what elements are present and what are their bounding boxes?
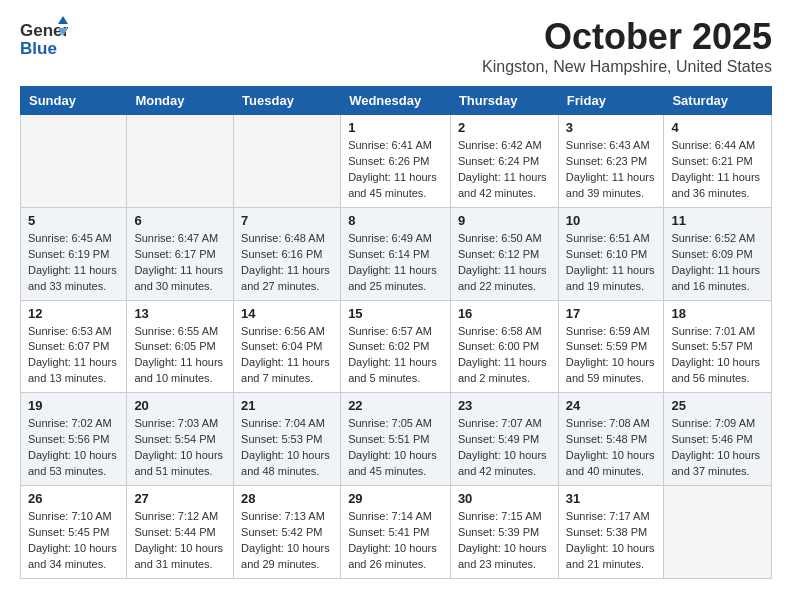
svg-marker-2 xyxy=(58,16,68,24)
table-row: 25Sunrise: 7:09 AMSunset: 5:46 PMDayligh… xyxy=(664,393,772,486)
svg-text:Blue: Blue xyxy=(20,39,57,58)
table-row: 24Sunrise: 7:08 AMSunset: 5:48 PMDayligh… xyxy=(558,393,664,486)
day-info: Sunrise: 6:44 AMSunset: 6:21 PMDaylight:… xyxy=(671,138,764,202)
table-row: 15Sunrise: 6:57 AMSunset: 6:02 PMDayligh… xyxy=(341,300,451,393)
day-info: Sunrise: 6:52 AMSunset: 6:09 PMDaylight:… xyxy=(671,231,764,295)
day-info: Sunrise: 7:13 AMSunset: 5:42 PMDaylight:… xyxy=(241,509,333,573)
col-tuesday: Tuesday xyxy=(234,87,341,115)
day-info: Sunrise: 7:15 AMSunset: 5:39 PMDaylight:… xyxy=(458,509,551,573)
location-title: Kingston, New Hampshire, United States xyxy=(482,58,772,76)
day-info: Sunrise: 7:02 AMSunset: 5:56 PMDaylight:… xyxy=(28,416,119,480)
day-number: 13 xyxy=(134,306,226,321)
day-info: Sunrise: 7:01 AMSunset: 5:57 PMDaylight:… xyxy=(671,324,764,388)
day-info: Sunrise: 6:59 AMSunset: 5:59 PMDaylight:… xyxy=(566,324,657,388)
calendar-header-row: Sunday Monday Tuesday Wednesday Thursday… xyxy=(21,87,772,115)
table-row xyxy=(21,115,127,208)
logo-icon: General Blue xyxy=(20,16,68,64)
day-info: Sunrise: 6:55 AMSunset: 6:05 PMDaylight:… xyxy=(134,324,226,388)
day-info: Sunrise: 6:41 AMSunset: 6:26 PMDaylight:… xyxy=(348,138,443,202)
day-info: Sunrise: 6:58 AMSunset: 6:00 PMDaylight:… xyxy=(458,324,551,388)
day-number: 14 xyxy=(241,306,333,321)
title-area: October 2025 Kingston, New Hampshire, Un… xyxy=(482,16,772,76)
day-number: 24 xyxy=(566,398,657,413)
table-row: 14Sunrise: 6:56 AMSunset: 6:04 PMDayligh… xyxy=(234,300,341,393)
table-row: 4Sunrise: 6:44 AMSunset: 6:21 PMDaylight… xyxy=(664,115,772,208)
day-info: Sunrise: 6:42 AMSunset: 6:24 PMDaylight:… xyxy=(458,138,551,202)
table-row: 6Sunrise: 6:47 AMSunset: 6:17 PMDaylight… xyxy=(127,207,234,300)
day-info: Sunrise: 7:07 AMSunset: 5:49 PMDaylight:… xyxy=(458,416,551,480)
day-info: Sunrise: 6:53 AMSunset: 6:07 PMDaylight:… xyxy=(28,324,119,388)
month-title: October 2025 xyxy=(482,16,772,58)
day-number: 29 xyxy=(348,491,443,506)
day-info: Sunrise: 6:50 AMSunset: 6:12 PMDaylight:… xyxy=(458,231,551,295)
table-row: 19Sunrise: 7:02 AMSunset: 5:56 PMDayligh… xyxy=(21,393,127,486)
table-row: 1Sunrise: 6:41 AMSunset: 6:26 PMDaylight… xyxy=(341,115,451,208)
table-row: 13Sunrise: 6:55 AMSunset: 6:05 PMDayligh… xyxy=(127,300,234,393)
table-row: 10Sunrise: 6:51 AMSunset: 6:10 PMDayligh… xyxy=(558,207,664,300)
day-number: 3 xyxy=(566,120,657,135)
table-row: 2Sunrise: 6:42 AMSunset: 6:24 PMDaylight… xyxy=(450,115,558,208)
table-row: 16Sunrise: 6:58 AMSunset: 6:00 PMDayligh… xyxy=(450,300,558,393)
day-number: 16 xyxy=(458,306,551,321)
day-info: Sunrise: 6:49 AMSunset: 6:14 PMDaylight:… xyxy=(348,231,443,295)
day-number: 28 xyxy=(241,491,333,506)
header: General Blue October 2025 Kingston, New … xyxy=(20,16,772,76)
calendar-week-row: 19Sunrise: 7:02 AMSunset: 5:56 PMDayligh… xyxy=(21,393,772,486)
table-row: 11Sunrise: 6:52 AMSunset: 6:09 PMDayligh… xyxy=(664,207,772,300)
col-sunday: Sunday xyxy=(21,87,127,115)
day-number: 10 xyxy=(566,213,657,228)
calendar-week-row: 26Sunrise: 7:10 AMSunset: 5:45 PMDayligh… xyxy=(21,486,772,579)
table-row: 5Sunrise: 6:45 AMSunset: 6:19 PMDaylight… xyxy=(21,207,127,300)
day-number: 25 xyxy=(671,398,764,413)
day-number: 19 xyxy=(28,398,119,413)
table-row xyxy=(234,115,341,208)
day-number: 23 xyxy=(458,398,551,413)
day-number: 12 xyxy=(28,306,119,321)
day-number: 6 xyxy=(134,213,226,228)
day-info: Sunrise: 6:56 AMSunset: 6:04 PMDaylight:… xyxy=(241,324,333,388)
table-row: 23Sunrise: 7:07 AMSunset: 5:49 PMDayligh… xyxy=(450,393,558,486)
day-info: Sunrise: 7:10 AMSunset: 5:45 PMDaylight:… xyxy=(28,509,119,573)
day-number: 9 xyxy=(458,213,551,228)
day-number: 30 xyxy=(458,491,551,506)
day-number: 4 xyxy=(671,120,764,135)
day-number: 5 xyxy=(28,213,119,228)
day-info: Sunrise: 7:14 AMSunset: 5:41 PMDaylight:… xyxy=(348,509,443,573)
table-row: 9Sunrise: 6:50 AMSunset: 6:12 PMDaylight… xyxy=(450,207,558,300)
day-info: Sunrise: 6:45 AMSunset: 6:19 PMDaylight:… xyxy=(28,231,119,295)
table-row: 17Sunrise: 6:59 AMSunset: 5:59 PMDayligh… xyxy=(558,300,664,393)
day-number: 18 xyxy=(671,306,764,321)
table-row: 3Sunrise: 6:43 AMSunset: 6:23 PMDaylight… xyxy=(558,115,664,208)
day-number: 27 xyxy=(134,491,226,506)
day-number: 17 xyxy=(566,306,657,321)
day-info: Sunrise: 7:09 AMSunset: 5:46 PMDaylight:… xyxy=(671,416,764,480)
day-number: 15 xyxy=(348,306,443,321)
table-row xyxy=(127,115,234,208)
day-info: Sunrise: 7:12 AMSunset: 5:44 PMDaylight:… xyxy=(134,509,226,573)
table-row: 22Sunrise: 7:05 AMSunset: 5:51 PMDayligh… xyxy=(341,393,451,486)
day-number: 21 xyxy=(241,398,333,413)
day-info: Sunrise: 7:05 AMSunset: 5:51 PMDaylight:… xyxy=(348,416,443,480)
day-info: Sunrise: 6:47 AMSunset: 6:17 PMDaylight:… xyxy=(134,231,226,295)
logo: General Blue xyxy=(20,16,68,64)
day-info: Sunrise: 7:17 AMSunset: 5:38 PMDaylight:… xyxy=(566,509,657,573)
calendar-week-row: 5Sunrise: 6:45 AMSunset: 6:19 PMDaylight… xyxy=(21,207,772,300)
calendar-week-row: 1Sunrise: 6:41 AMSunset: 6:26 PMDaylight… xyxy=(21,115,772,208)
table-row: 12Sunrise: 6:53 AMSunset: 6:07 PMDayligh… xyxy=(21,300,127,393)
table-row: 26Sunrise: 7:10 AMSunset: 5:45 PMDayligh… xyxy=(21,486,127,579)
table-row: 28Sunrise: 7:13 AMSunset: 5:42 PMDayligh… xyxy=(234,486,341,579)
table-row: 30Sunrise: 7:15 AMSunset: 5:39 PMDayligh… xyxy=(450,486,558,579)
day-number: 20 xyxy=(134,398,226,413)
page: General Blue October 2025 Kingston, New … xyxy=(0,0,792,595)
table-row xyxy=(664,486,772,579)
col-thursday: Thursday xyxy=(450,87,558,115)
day-number: 7 xyxy=(241,213,333,228)
calendar: Sunday Monday Tuesday Wednesday Thursday… xyxy=(20,86,772,579)
day-number: 1 xyxy=(348,120,443,135)
day-number: 26 xyxy=(28,491,119,506)
day-number: 11 xyxy=(671,213,764,228)
table-row: 31Sunrise: 7:17 AMSunset: 5:38 PMDayligh… xyxy=(558,486,664,579)
day-info: Sunrise: 7:03 AMSunset: 5:54 PMDaylight:… xyxy=(134,416,226,480)
day-info: Sunrise: 6:43 AMSunset: 6:23 PMDaylight:… xyxy=(566,138,657,202)
table-row: 20Sunrise: 7:03 AMSunset: 5:54 PMDayligh… xyxy=(127,393,234,486)
